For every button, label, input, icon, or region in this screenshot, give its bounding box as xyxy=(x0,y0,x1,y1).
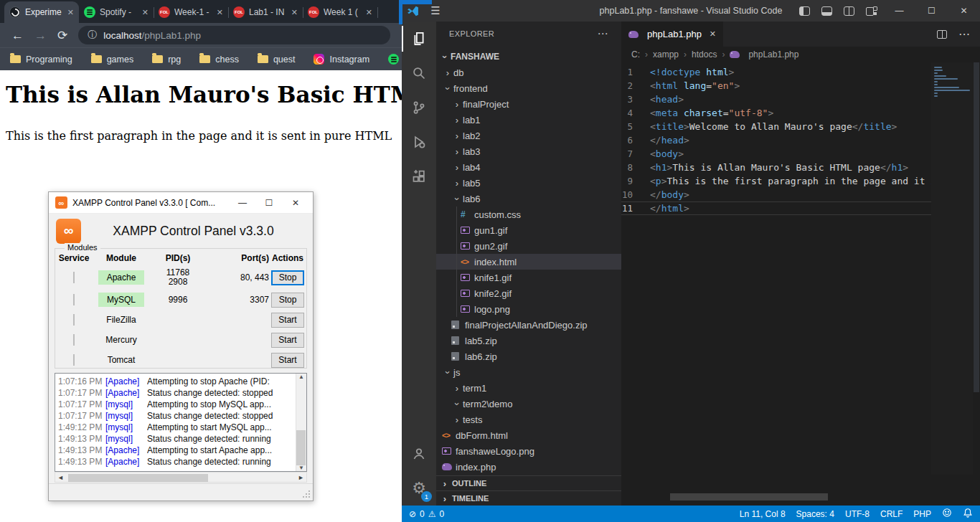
tree-item-dbform-html[interactable]: <>dbForm.html xyxy=(436,427,621,443)
explorer-activity-item[interactable] xyxy=(402,22,436,56)
bookmark-item[interactable]: Instagram xyxy=(314,54,369,65)
status-item[interactable]: UTF-8 xyxy=(845,509,870,519)
forward-icon[interactable]: → xyxy=(34,29,47,42)
close-icon[interactable]: ✕ xyxy=(285,198,306,208)
service-checkbox[interactable] xyxy=(73,294,75,305)
bookmark-item[interactable]: quest xyxy=(258,54,296,65)
info-icon[interactable]: ⓘ xyxy=(88,29,97,42)
warning-icon[interactable]: ⚠ xyxy=(428,510,436,518)
status-item[interactable]: Spaces: 4 xyxy=(796,509,834,519)
address-bar[interactable]: ⓘ localhost/phpLab1.php xyxy=(78,26,390,44)
service-checkbox[interactable] xyxy=(73,314,75,326)
editor-vertical-scrollbar[interactable] xyxy=(973,62,980,475)
breadcrumb-item[interactable]: htdocs xyxy=(692,49,717,60)
maximize-icon[interactable]: ☐ xyxy=(258,198,280,208)
split-editor-icon[interactable] xyxy=(937,30,947,39)
close-icon[interactable]: ✕ xyxy=(948,0,980,22)
tree-item-knife2-gif[interactable]: knife2.gif xyxy=(436,285,621,301)
editor-horizontal-scrollbar[interactable] xyxy=(670,493,828,500)
stop-button[interactable]: Stop xyxy=(271,270,304,285)
tree-item-tests[interactable]: ›tests xyxy=(436,412,621,427)
tab-close-icon[interactable]: ✕ xyxy=(366,8,372,17)
log-hscroll-thumb[interactable] xyxy=(68,474,208,482)
editor-tab[interactable]: phpLab1.php ✕ xyxy=(621,22,723,47)
tree-item-lab6[interactable]: ›lab6 xyxy=(436,191,621,207)
tab-close-icon[interactable]: ✕ xyxy=(217,8,223,17)
menu-icon[interactable]: ☰ xyxy=(423,4,448,17)
tab-close-icon[interactable]: ✕ xyxy=(291,8,298,17)
bookmark-item[interactable]: rpg xyxy=(152,54,181,65)
tree-item-custom-css[interactable]: #custom.css xyxy=(436,207,621,222)
stop-button[interactable]: Stop xyxy=(271,293,304,308)
service-checkbox[interactable] xyxy=(73,334,75,346)
start-button[interactable]: Start xyxy=(271,313,304,328)
service-checkbox[interactable] xyxy=(73,354,75,366)
tree-item-finalprojectallananddiego-zip[interactable]: finalProjectAllanAndDiego.zip xyxy=(436,317,621,333)
tree-item-lab5[interactable]: ›lab5 xyxy=(436,175,621,191)
warning-count[interactable]: 0 xyxy=(440,509,445,519)
tree-item-lab4[interactable]: ›lab4 xyxy=(436,159,621,175)
status-item[interactable]: CRLF xyxy=(880,509,903,519)
code-editor[interactable]: 1<!doctype html>2<html lang="en">3<head>… xyxy=(621,62,931,475)
bookmark-item[interactable]: Spotify – W xyxy=(388,54,402,65)
tree-item-gun1-gif[interactable]: gun1.gif xyxy=(436,222,621,238)
tree-item-index-html[interactable]: <>index.html xyxy=(436,254,621,270)
start-button[interactable]: Start xyxy=(271,353,304,368)
source-control-activity-item[interactable] xyxy=(402,90,436,125)
tab-close-icon[interactable]: ✕ xyxy=(142,8,149,17)
browser-tab[interactable]: Experime✕ xyxy=(4,1,79,23)
tree-item-knife1-gif[interactable]: knife1.gif xyxy=(436,270,621,285)
back-icon[interactable]: ← xyxy=(11,29,24,42)
resize-grip[interactable] xyxy=(303,490,310,498)
extensions-activity-item[interactable] xyxy=(402,159,436,194)
tree-item-finalproject[interactable]: ›finalProject xyxy=(436,96,621,112)
tree-item-lab5-zip[interactable]: lab5.zip xyxy=(436,333,621,348)
timeline-section[interactable]: › TIMELINE xyxy=(436,490,621,506)
log-vscroll-thumb[interactable] xyxy=(296,430,306,465)
vscroll-thumb[interactable] xyxy=(974,62,979,392)
breadcrumb-item[interactable]: xampp xyxy=(653,49,679,60)
xampp-titlebar[interactable]: ∞ XAMPP Control Panel v3.3.0 [ Com... — … xyxy=(49,192,313,214)
scroll-right-icon[interactable]: ► xyxy=(298,474,304,481)
search-activity-item[interactable] xyxy=(402,56,436,90)
run-debug-activity-item[interactable] xyxy=(402,125,436,159)
error-icon[interactable]: ⊘ xyxy=(409,510,416,518)
tree-item-lab3[interactable]: ›lab3 xyxy=(436,143,621,159)
scroll-up-icon[interactable]: ▲ xyxy=(298,374,304,380)
close-tab-icon[interactable]: ✕ xyxy=(710,29,716,39)
minimize-icon[interactable]: — xyxy=(232,198,253,208)
breadcrumb-item[interactable]: C: xyxy=(631,49,640,60)
more-actions-icon[interactable]: ⋯ xyxy=(598,27,608,40)
tree-item-lab2[interactable]: ›lab2 xyxy=(436,128,621,143)
minimize-icon[interactable]: — xyxy=(883,0,915,22)
tree-item-fanshawelogo-png[interactable]: fanshaweLogo.png xyxy=(436,443,621,459)
tree-item-logo-png[interactable]: logo.png xyxy=(436,301,621,317)
browser-tab[interactable]: Spotify -✕ xyxy=(79,1,154,23)
tree-item-db[interactable]: ›db xyxy=(436,65,621,80)
bell-icon[interactable] xyxy=(963,508,973,520)
tree-item-lab1[interactable]: ›lab1 xyxy=(436,112,621,128)
more-actions-icon[interactable]: ⋯ xyxy=(958,27,970,41)
tree-item-lab6-zip[interactable]: lab6.zip xyxy=(436,348,621,364)
tree-item-fanshawe[interactable]: ›FANSHAWE xyxy=(436,49,621,65)
breadcrumb-item[interactable]: phpLab1.php xyxy=(748,49,798,60)
tree-item-gun2-gif[interactable]: gun2.gif xyxy=(436,238,621,254)
toggle-sidebar-icon[interactable] xyxy=(799,6,810,16)
reload-icon[interactable]: ⟳ xyxy=(57,29,67,42)
log-horizontal-scrollbar[interactable]: ◄ ► xyxy=(55,472,307,483)
browser-tab[interactable]: FOLWeek-1 -✕ xyxy=(154,1,228,23)
tree-item-frontend[interactable]: ›frontend xyxy=(436,80,621,96)
browser-tab[interactable]: FOLLab1 - IN✕ xyxy=(228,1,303,23)
scroll-down-icon[interactable]: ▼ xyxy=(298,465,304,471)
toggle-secondary-sidebar-icon[interactable] xyxy=(844,6,854,16)
browser-tab[interactable]: FOLWeek 1 (✕ xyxy=(303,1,377,23)
status-item[interactable]: Ln 11, Col 8 xyxy=(740,509,786,519)
accounts-item[interactable] xyxy=(402,437,436,471)
bookmark-item[interactable]: games xyxy=(91,54,134,65)
tree-item-term2-demo[interactable]: ›term2\demo xyxy=(436,396,621,412)
tree-item-index-php[interactable]: index.php xyxy=(436,459,621,475)
minimap[interactable] xyxy=(931,62,973,475)
vscode-titlebar[interactable]: ☰ phpLab1.php - fanshawe - Visual Studio… xyxy=(402,0,980,22)
status-item[interactable]: PHP xyxy=(913,509,931,519)
outline-section[interactable]: › OUTLINE xyxy=(436,475,621,490)
